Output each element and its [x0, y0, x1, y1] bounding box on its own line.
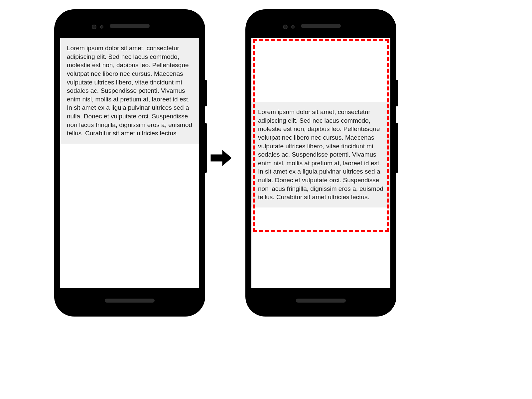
phone-bezel: Lorem ipsum dolor sit amet, consectetur …	[251, 15, 390, 311]
phone-screen-after: Lorem ipsum dolor sit amet, consectetur …	[251, 38, 390, 288]
svg-marker-0	[211, 150, 232, 166]
phone-chin-speaker-icon	[105, 299, 155, 303]
phone-frame-before: Lorem ipsum dolor sit amet, consectetur …	[55, 10, 204, 316]
phone-earpiece-icon	[301, 24, 341, 28]
phone-power-button	[396, 80, 398, 106]
phone-sensor-icon	[283, 25, 288, 29]
phone-screen-before: Lorem ipsum dolor sit amet, consectetur …	[60, 38, 199, 288]
phone-volume-button	[396, 123, 398, 173]
phone-frame-after: Lorem ipsum dolor sit amet, consectetur …	[246, 10, 396, 316]
phone-earpiece-icon	[110, 24, 150, 28]
phone-volume-button	[204, 123, 207, 173]
phone-camera-icon	[291, 25, 295, 29]
content-card-before: Lorem ipsum dolor sit amet, consectetur …	[60, 38, 199, 144]
diagram-stage: Lorem ipsum dolor sit amet, consectetur …	[0, 0, 532, 399]
phone-chin-speaker-icon	[296, 299, 346, 303]
phone-sensor-icon	[92, 25, 96, 29]
phone-power-button	[204, 80, 207, 106]
arrow-right-icon	[209, 146, 233, 170]
phone-bezel: Lorem ipsum dolor sit amet, consectetur …	[60, 15, 199, 311]
content-card-after: Lorem ipsum dolor sit amet, consectetur …	[251, 102, 390, 207]
phone-camera-icon	[100, 25, 103, 29]
